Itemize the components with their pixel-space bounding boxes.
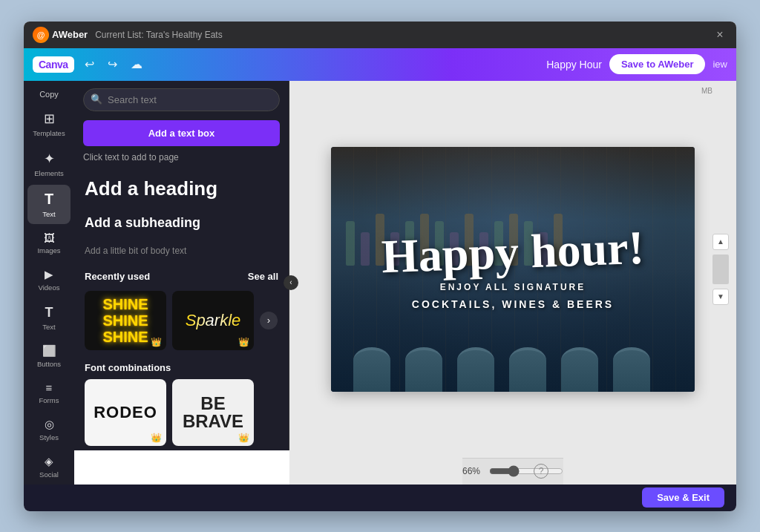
crown-icon-brave: 👑: [238, 433, 249, 443]
styles-icon: ◎: [45, 418, 54, 431]
sidebar-item-elements-label: Elements: [34, 169, 64, 177]
buttons-icon: ⬜: [42, 344, 56, 358]
sidebar-item-images[interactable]: 🖼 Images: [27, 226, 71, 260]
sidebar-item-templates[interactable]: ⊞ Templates: [27, 105, 71, 143]
sidebar-item-forms[interactable]: ≡ Forms: [27, 375, 71, 410]
save-to-aweber-button[interactable]: Save to AWeber: [609, 54, 706, 74]
templates-icon: ⊞: [44, 111, 55, 127]
text2-icon: T: [45, 305, 53, 321]
scroll-down-arrow[interactable]: ▼: [712, 289, 729, 305]
font-combos-grid: RODEO 👑 BE BRAVE 👑: [85, 379, 278, 446]
zoom-level-label: 66%: [462, 466, 480, 476]
text-icon: T: [45, 191, 53, 208]
sidebar-item-styles[interactable]: ◎ Styles: [27, 412, 71, 447]
sidebar-item-videos-label: Videos: [39, 283, 60, 292]
crown-icon-shine: 👑: [151, 337, 162, 347]
app-window: @ AWeber Current List: Tara's Healthy Ea…: [24, 22, 736, 511]
add-body-item[interactable]: Add a little bit of body text: [74, 238, 289, 263]
help-button[interactable]: ?: [534, 464, 548, 479]
scroll-thumb: [712, 254, 729, 284]
view-button[interactable]: iew: [712, 59, 727, 70]
body-label: Add a little bit of body text: [85, 246, 278, 256]
sidebar-item-text[interactable]: T Text: [27, 185, 71, 224]
cloud-save-button[interactable]: ☁: [128, 54, 145, 74]
forms-icon: ≡: [46, 381, 53, 394]
aweber-text: AWeber: [52, 29, 88, 40]
title-bar-subtitle: Current List: Tara's Healthy Eats: [95, 30, 222, 40]
panel-hint: Click text to add to page: [74, 152, 289, 170]
copy-tab[interactable]: Copy: [39, 87, 59, 103]
undo-button[interactable]: ↩: [82, 54, 97, 74]
save-exit-button[interactable]: Save & Exit: [642, 487, 724, 508]
add-heading-item[interactable]: Add a heading: [74, 170, 289, 208]
font-combos-title: Font combinations: [85, 362, 278, 373]
sidebar-item-social[interactable]: ◈ Social: [27, 449, 71, 485]
sidebar-item-templates-label: Templates: [33, 129, 65, 137]
font-combo-rodeo[interactable]: RODEO 👑: [85, 379, 166, 446]
panel-content: Add a heading Add a subheading Add a lit…: [74, 170, 289, 450]
font-combos-section: Font combinations RODEO 👑 BE BRAVE: [74, 358, 289, 450]
font-sample-sparkle[interactable]: Sparkle 👑: [172, 291, 254, 350]
shine-text: SHINESHINESHINE: [102, 296, 148, 345]
happy-hour-heading: Happy hour!: [381, 223, 645, 280]
canva-logo: Canva: [33, 56, 74, 73]
signature-text: ENJOY ALL SIGNATURE: [440, 282, 586, 292]
crown-icon-sparkle: 👑: [238, 337, 249, 347]
font-sample-shine[interactable]: SHINESHINESHINE 👑: [85, 291, 166, 350]
sidebar-item-forms-label: Forms: [39, 396, 59, 404]
images-icon: 🖼: [44, 231, 55, 244]
sidebar-item-text2-label: Text: [42, 323, 55, 331]
template-title-label: Happy Hour: [546, 59, 602, 70]
font-combo-brave[interactable]: BE BRAVE 👑: [172, 379, 254, 446]
sidebar-item-buttons-label: Buttons: [37, 360, 61, 368]
aweber-icon: @: [33, 27, 49, 43]
aweber-logo: @ AWeber: [33, 27, 88, 43]
scroll-up-arrow[interactable]: ▲: [712, 234, 729, 250]
canvas-scroll: Happy hour! ENJOY ALL SIGNATURE COCKTAIL…: [289, 81, 736, 458]
videos-icon: ▶: [45, 268, 53, 281]
cocktails-text: COCKTAILS, WINES & BEERS: [412, 298, 614, 310]
font-samples-next-button[interactable]: ›: [260, 312, 278, 329]
social-icon: ◈: [45, 455, 53, 468]
sidebar-item-text-label: Text: [42, 210, 55, 218]
app-footer: Save & Exit: [24, 485, 736, 511]
text-panel-wrapper: 🔍 Add a text box Click text to add to pa…: [74, 81, 289, 485]
close-button[interactable]: ×: [712, 27, 727, 42]
right-scroll-controls: ▲ ▼: [712, 234, 729, 305]
add-text-box-button[interactable]: Add a text box: [83, 120, 280, 146]
top-nav: Canva ↩ ↪ ☁ Happy Hour Save to AWeber ie…: [24, 48, 736, 81]
panel-collapse-arrow[interactable]: ‹: [284, 275, 298, 290]
canvas-frame[interactable]: Happy hour! ENJOY ALL SIGNATURE COCKTAIL…: [331, 147, 695, 392]
see-all-link[interactable]: See all: [248, 271, 278, 282]
heading-label: Add a heading: [85, 177, 278, 200]
sidebar-item-images-label: Images: [37, 246, 60, 254]
text-panel: 🔍 Add a text box Click text to add to pa…: [74, 81, 289, 450]
redo-button[interactable]: ↪: [105, 54, 120, 74]
main-area: Copy ⊞ Templates ✦ Elements T Text 🖼 Ima…: [24, 81, 736, 485]
search-input[interactable]: [83, 88, 280, 111]
crown-icon-rodeo: 👑: [151, 433, 162, 443]
recently-used-label: Recently used: [85, 271, 150, 282]
title-bar: @ AWeber Current List: Tara's Healthy Ea…: [24, 22, 736, 48]
rodeo-text: RODEO: [94, 403, 157, 422]
elements-icon: ✦: [44, 151, 55, 167]
icon-sidebar: Copy ⊞ Templates ✦ Elements T Text 🖼 Ima…: [24, 81, 74, 485]
canvas-text-overlay: Happy hour! ENJOY ALL SIGNATURE COCKTAIL…: [331, 147, 695, 392]
panel-search-area: 🔍: [74, 81, 289, 117]
sparkle-text: Sparkle: [186, 311, 241, 330]
zoom-slider[interactable]: [489, 465, 563, 477]
sidebar-item-social-label: Social: [39, 470, 59, 479]
add-subheading-item[interactable]: Add a subheading: [74, 208, 289, 238]
sidebar-item-videos[interactable]: ▶ Videos: [27, 262, 71, 298]
sidebar-item-elements[interactable]: ✦ Elements: [27, 145, 71, 183]
sidebar-item-buttons[interactable]: ⬜ Buttons: [27, 338, 71, 374]
font-samples-row: SHINESHINESHINE 👑 Sparkle 👑 ›: [74, 286, 289, 358]
subheading-label: Add a subheading: [85, 215, 278, 231]
canvas-area: MB: [289, 81, 736, 485]
search-icon: 🔍: [91, 93, 102, 105]
recently-used-section: Recently used See all: [74, 263, 289, 286]
canvas-bottom-bar: 66% ?: [462, 458, 563, 485]
sidebar-item-text2[interactable]: T Text: [27, 299, 71, 337]
brave-text: BE BRAVE: [183, 395, 243, 430]
sidebar-item-styles-label: Styles: [39, 433, 59, 441]
